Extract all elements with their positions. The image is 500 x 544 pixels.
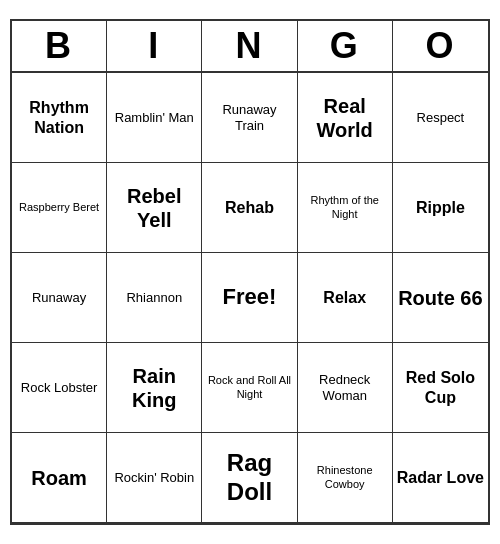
header-letter: N [202, 21, 297, 71]
bingo-cell: Rain King [107, 343, 202, 433]
bingo-cell: Rhinestone Cowboy [298, 433, 393, 523]
bingo-cell: Rag Doll [202, 433, 297, 523]
bingo-cell: Real World [298, 73, 393, 163]
header-letter: B [12, 21, 107, 71]
bingo-cell: Ripple [393, 163, 488, 253]
bingo-cell: Rockin' Robin [107, 433, 202, 523]
bingo-cell: Roam [12, 433, 107, 523]
bingo-cell: Respect [393, 73, 488, 163]
bingo-cell: Route 66 [393, 253, 488, 343]
bingo-cell: Runaway Train [202, 73, 297, 163]
bingo-cell: Rhythm Nation [12, 73, 107, 163]
bingo-cell: Runaway [12, 253, 107, 343]
bingo-cell: Radar Love [393, 433, 488, 523]
header-letter: G [298, 21, 393, 71]
bingo-cell: Red Solo Cup [393, 343, 488, 433]
bingo-cell: Rock Lobster [12, 343, 107, 433]
bingo-cell: Rock and Roll All Night [202, 343, 297, 433]
bingo-cell: Relax [298, 253, 393, 343]
header-letter: I [107, 21, 202, 71]
bingo-cell: Rehab [202, 163, 297, 253]
bingo-cell: Redneck Woman [298, 343, 393, 433]
bingo-card: BINGO Rhythm NationRamblin' ManRunaway T… [10, 19, 490, 525]
bingo-cell: Rebel Yell [107, 163, 202, 253]
bingo-cell: Ramblin' Man [107, 73, 202, 163]
bingo-cell: Free! [202, 253, 297, 343]
bingo-header: BINGO [12, 21, 488, 73]
bingo-cell: Rhythm of the Night [298, 163, 393, 253]
bingo-cell: Rhiannon [107, 253, 202, 343]
bingo-cell: Raspberry Beret [12, 163, 107, 253]
bingo-grid: Rhythm NationRamblin' ManRunaway TrainRe… [12, 73, 488, 523]
header-letter: O [393, 21, 488, 71]
